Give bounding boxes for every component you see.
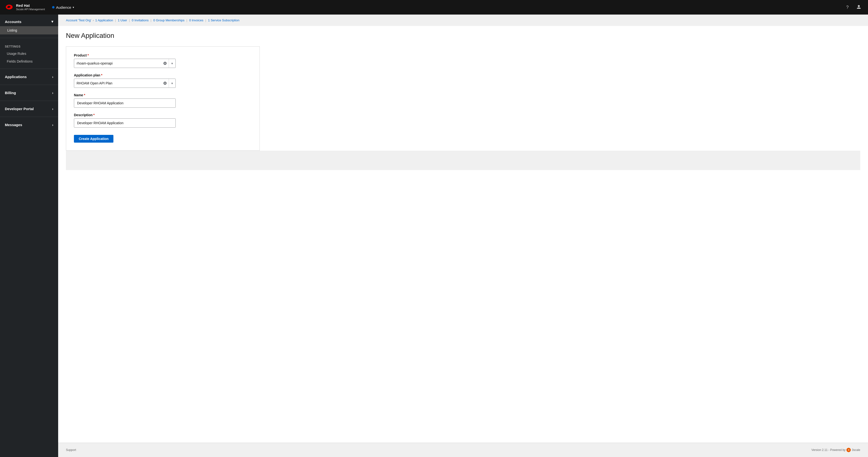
application-plan-input[interactable] [74, 79, 161, 88]
application-plan-clear-button[interactable] [161, 82, 169, 85]
redhat-logo-icon [5, 4, 13, 11]
breadcrumb-invitations-link[interactable]: 0 Invitations [132, 19, 149, 22]
application-plan-form-group: Application plan* ▾ [74, 73, 252, 88]
application-plan-label: Application plan* [74, 73, 252, 77]
product-dropdown-button[interactable]: ▾ [169, 59, 176, 68]
user-icon [856, 4, 861, 9]
breadcrumb-invoices-link[interactable]: 0 Invoices [189, 19, 204, 22]
breadcrumb-user-link[interactable]: 1 User [118, 19, 127, 22]
svg-point-1 [858, 5, 860, 7]
breadcrumb-application-link[interactable]: 1 Application [95, 19, 113, 22]
chevron-down-icon: ▾ [51, 20, 53, 24]
sidebar-item-fields-definitions[interactable]: Fields Definitions [0, 57, 58, 65]
topnav-left: Red Hat 3scale API Management Audience ▾ [5, 3, 76, 11]
sidebar-item-listing[interactable]: Listing [0, 26, 58, 34]
create-application-button[interactable]: Create Application [74, 135, 114, 143]
main-content-area: Account 'Test Org' › 1 Application | 1 U… [58, 15, 868, 457]
page-title: New Application [66, 32, 860, 39]
audience-dot-icon [52, 6, 55, 8]
messages-section: Messages › [0, 118, 58, 132]
top-navigation: Red Hat 3scale API Management Audience ▾… [0, 0, 868, 15]
sidebar-item-billing[interactable]: Billing › [0, 88, 58, 97]
name-label: Name* [74, 93, 252, 97]
breadcrumb-sep-1: › [93, 19, 94, 22]
breadcrumb-pipe-3: | [151, 19, 151, 22]
name-form-group: Name* [74, 93, 252, 108]
scale-logo-icon: 3 [846, 448, 851, 452]
new-application-form-card: Product* ▾ [66, 46, 260, 151]
topnav-right: ? [844, 3, 863, 11]
chevron-down-icon: ▾ [171, 82, 173, 85]
breadcrumb-account-link[interactable]: Account 'Test Org' [66, 19, 91, 22]
chevron-right-icon: › [52, 75, 53, 79]
accounts-section: Accounts ▾ Listing [0, 15, 58, 37]
chevron-right-icon: › [52, 123, 53, 127]
product-select-wrapper: ▾ [74, 59, 176, 68]
chevron-right-icon: › [52, 91, 53, 95]
main-content: New Application Product* [58, 26, 868, 443]
accounts-header[interactable]: Accounts ▾ [0, 17, 58, 26]
audience-dropdown-button[interactable]: Audience ▾ [50, 4, 76, 11]
description-label: Description* [74, 113, 252, 117]
name-input[interactable] [74, 98, 176, 108]
breadcrumb: Account 'Test Org' › 1 Application | 1 U… [58, 15, 868, 22]
product-label: Product* [74, 53, 252, 57]
support-link[interactable]: Support [66, 448, 76, 452]
billing-section: Billing › [0, 86, 58, 100]
brand: Red Hat 3scale API Management [5, 3, 45, 11]
application-plan-select-wrapper: ▾ [74, 79, 176, 88]
chevron-down-icon: ▾ [73, 6, 74, 9]
clear-icon [163, 82, 167, 85]
product-input[interactable] [74, 59, 161, 68]
chevron-right-icon: › [52, 107, 53, 111]
application-plan-dropdown-button[interactable]: ▾ [169, 79, 176, 88]
breadcrumb-service-subscription-link[interactable]: 1 Service Subscription [208, 19, 240, 22]
breadcrumb-pipe-4: | [186, 19, 187, 22]
sidebar-divider-5 [0, 117, 58, 117]
settings-header: Settings [0, 41, 58, 50]
layout: Accounts ▾ Listing Settings Usage Rules … [0, 15, 868, 457]
breadcrumb-pipe-2: | [129, 19, 130, 22]
sidebar-item-messages[interactable]: Messages › [0, 120, 58, 129]
description-input[interactable] [74, 118, 176, 127]
help-button[interactable]: ? [844, 4, 850, 11]
sidebar-divider-3 [0, 85, 58, 85]
chevron-down-icon: ▾ [171, 62, 173, 65]
developer-portal-section: Developer Portal › [0, 102, 58, 116]
product-form-group: Product* ▾ [74, 53, 252, 68]
sidebar-item-applications[interactable]: Applications › [0, 72, 58, 81]
product-clear-button[interactable] [161, 62, 169, 65]
grey-area [66, 151, 860, 170]
footer-brand: Version 2.11 - Powered by 3 3scale [811, 448, 860, 452]
breadcrumb-pipe-5: | [205, 19, 206, 22]
user-button[interactable] [855, 3, 863, 11]
settings-section: Settings Usage Rules Fields Definitions [0, 39, 58, 68]
clear-icon [163, 62, 167, 65]
sidebar-item-developer-portal[interactable]: Developer Portal › [0, 104, 58, 113]
sidebar-divider-1 [0, 38, 58, 38]
sidebar-divider-4 [0, 101, 58, 101]
sidebar-item-usage-rules[interactable]: Usage Rules [0, 50, 58, 57]
brand-text: Red Hat 3scale API Management [16, 3, 45, 11]
footer: Support Version 2.11 - Powered by 3 3sca… [58, 443, 868, 457]
breadcrumb-group-memberships-link[interactable]: 0 Group Memberships [153, 19, 185, 22]
breadcrumb-pipe-1: | [115, 19, 116, 22]
sidebar: Accounts ▾ Listing Settings Usage Rules … [0, 15, 58, 457]
description-form-group: Description* [74, 113, 252, 127]
applications-section: Applications › [0, 70, 58, 84]
